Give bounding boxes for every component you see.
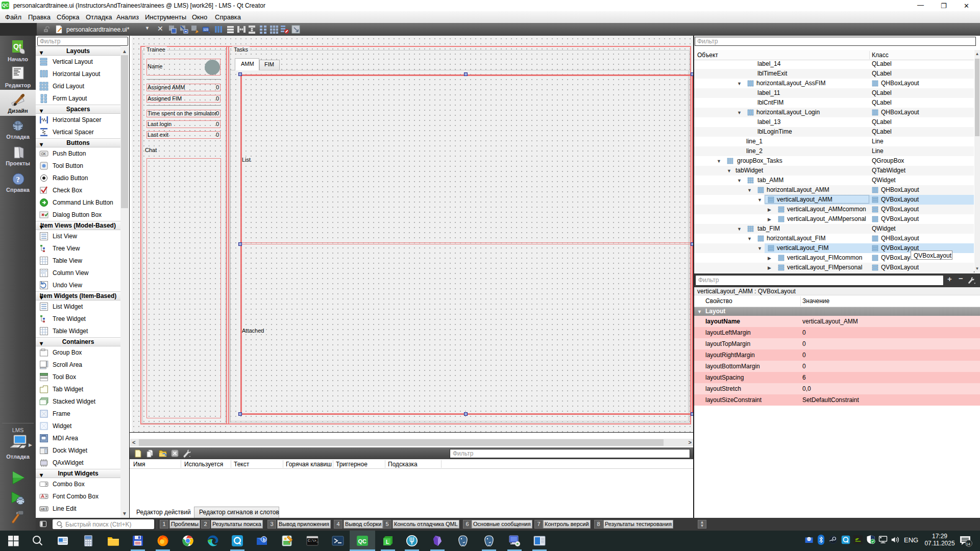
svg-text:?: ? [16,176,20,184]
svg-text:L: L [386,539,389,545]
svg-text:AB: AB [41,508,45,511]
svg-text:QC: QC [358,538,367,544]
svg-text:14: 14 [966,542,970,546]
svg-text:123: 123 [203,28,209,31]
svg-text:b: b [263,537,266,542]
svg-text:C:\>_: C:\>_ [308,539,318,543]
svg-text:OK: OK [41,152,46,156]
